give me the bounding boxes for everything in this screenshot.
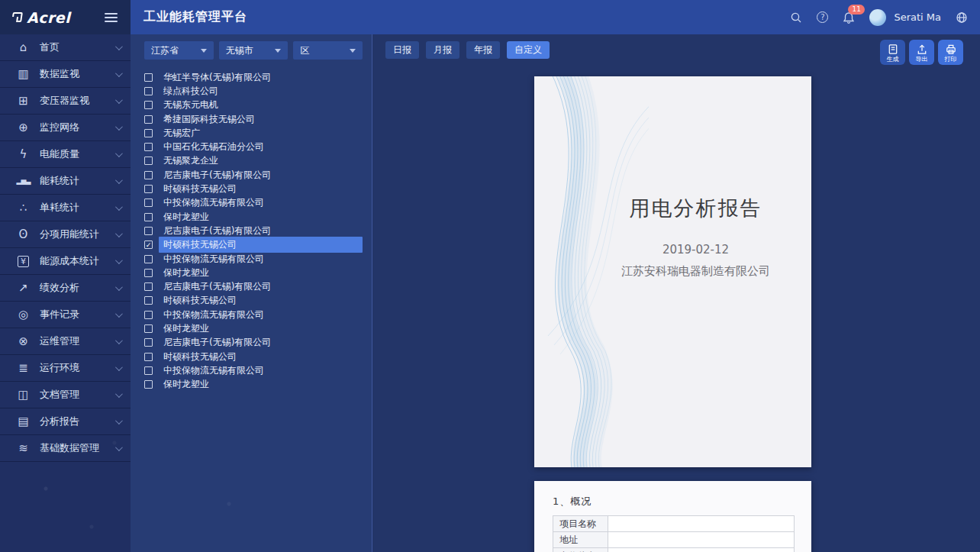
sidebar-item-label: 运行环境 bbox=[40, 361, 115, 375]
sidebar-item-energy-cost-stats[interactable]: ¥能源成本统计 bbox=[0, 248, 131, 275]
checkbox[interactable] bbox=[144, 255, 153, 263]
power-quality-icon: ϟ bbox=[16, 149, 31, 160]
avatar[interactable] bbox=[869, 9, 886, 26]
export-button[interactable]: 导出 bbox=[909, 40, 934, 65]
company-list-item[interactable]: 保时龙塑业 bbox=[144, 321, 363, 335]
company-list-item[interactable]: 希捷国际科技无锡公司 bbox=[144, 112, 363, 126]
tab-custom[interactable]: 自定义 bbox=[507, 41, 550, 59]
company-list-item[interactable]: 尼吉康电子(无锡)有限公司 bbox=[144, 279, 363, 293]
company-list-item[interactable]: 尼吉康电子(无锡)有限公司 bbox=[144, 336, 363, 350]
sidebar-item-home[interactable]: ⌂首页 bbox=[0, 34, 131, 61]
company-list-item[interactable]: 中国石化无锡石油分公司 bbox=[144, 140, 363, 153]
company-list-item[interactable]: 尼吉康电子(无锡)有限公司 bbox=[144, 224, 363, 237]
checkbox[interactable] bbox=[144, 199, 153, 207]
checkbox[interactable] bbox=[144, 115, 153, 124]
company-list-item[interactable]: 无锡聚龙企业 bbox=[144, 154, 363, 168]
overview-row-value bbox=[608, 548, 795, 552]
tab-yearly[interactable]: 年报 bbox=[466, 41, 500, 59]
company-list-item[interactable]: 中投保物流无锡有限公司 bbox=[144, 363, 363, 377]
sidebar-item-label: 基础数据管理 bbox=[40, 441, 115, 455]
sidebar-item-base-data-management[interactable]: ≋基础数据管理 bbox=[0, 435, 131, 462]
sidebar-item-power-quality[interactable]: ϟ电能质量 bbox=[0, 141, 131, 168]
checkbox[interactable] bbox=[144, 157, 153, 165]
checkbox[interactable] bbox=[144, 353, 153, 361]
home-icon: ⌂ bbox=[16, 42, 31, 53]
generate-button[interactable]: 生成 bbox=[880, 40, 905, 65]
notification-badge: 11 bbox=[848, 5, 864, 15]
overview-heading: 1、概况 bbox=[553, 495, 795, 508]
sidebar-item-event-log[interactable]: ◎事件记录 bbox=[0, 302, 131, 328]
company-list-item[interactable]: 尼吉康电子(无锡)有限公司 bbox=[144, 168, 363, 182]
sidebar-menu: ⌂首页▥数据监视⊞变压器监视⊕监控网络ϟ电能质量▂▅▃能耗统计∴单耗统计ʘ分项用… bbox=[0, 34, 131, 462]
sidebar-item-label: 事件记录 bbox=[40, 308, 115, 321]
tab-daily[interactable]: 日报 bbox=[385, 41, 419, 59]
checkbox[interactable] bbox=[144, 324, 153, 333]
sidebar-item-label: 能源成本统计 bbox=[40, 254, 115, 268]
checkbox[interactable]: ✓ bbox=[144, 240, 153, 249]
checkbox[interactable] bbox=[144, 129, 153, 137]
menu-toggle-icon[interactable] bbox=[102, 11, 120, 24]
company-list-item[interactable]: 时硕科技无锡公司 bbox=[144, 350, 363, 363]
checkbox[interactable] bbox=[144, 101, 153, 109]
cover-text-block: 用电分析报告 2019-02-12 江苏安科瑞电器制造有限公司 bbox=[580, 76, 811, 467]
checkbox[interactable] bbox=[144, 227, 153, 235]
sidebar-item-transformer-monitor[interactable]: ⊞变压器监视 bbox=[0, 88, 131, 115]
checkbox[interactable] bbox=[144, 213, 153, 221]
company-list-item[interactable]: 华虹半导体(无锡)有限公司 bbox=[144, 70, 363, 84]
company-panel: 江苏省 无锡市 区 华虹半导体(无锡)有限公司绿点科技公司无锡东元电机希捷国际科… bbox=[131, 34, 372, 552]
sidebar-item-ops-management[interactable]: ⊗运维管理 bbox=[0, 328, 131, 355]
checkbox[interactable] bbox=[144, 185, 153, 193]
company-list-item[interactable]: 中投保物流无锡有限公司 bbox=[144, 252, 363, 266]
chevron-down-icon bbox=[115, 283, 123, 291]
sidebar-item-data-monitor[interactable]: ▥数据监视 bbox=[0, 61, 131, 88]
language-globe-icon[interactable] bbox=[956, 11, 968, 24]
search-icon[interactable] bbox=[790, 11, 802, 24]
sidebar-item-label: 电能质量 bbox=[40, 147, 115, 161]
checkbox[interactable] bbox=[144, 143, 153, 151]
user-name[interactable]: Serati Ma bbox=[894, 11, 941, 23]
sidebar-item-energy-consumption-stats[interactable]: ▂▅▃能耗统计 bbox=[0, 168, 131, 195]
tab-monthly[interactable]: 月报 bbox=[426, 41, 459, 59]
company-list-item[interactable]: ✓时硕科技无锡公司 bbox=[144, 238, 363, 252]
sidebar-item-analysis-report[interactable]: ▤分析报告 bbox=[0, 408, 131, 435]
company-list-item[interactable]: 保时龙塑业 bbox=[144, 378, 363, 392]
company-list-item[interactable]: 时硕科技无锡公司 bbox=[144, 294, 363, 308]
sidebar-item-runtime-environment[interactable]: ≣运行环境 bbox=[0, 355, 131, 382]
city-select[interactable]: 无锡市 bbox=[219, 41, 289, 60]
checkbox[interactable] bbox=[144, 171, 153, 179]
checkbox[interactable] bbox=[144, 366, 153, 375]
company-list-item[interactable]: 中投保物流无锡有限公司 bbox=[144, 308, 363, 321]
company-list-item[interactable]: 保时龙塑业 bbox=[144, 266, 363, 279]
overview-row-label: 地址 bbox=[553, 532, 608, 548]
company-list-item[interactable]: 中投保物流无锡有限公司 bbox=[144, 196, 363, 210]
company-list-item[interactable]: 保时龙塑业 bbox=[144, 210, 363, 224]
sidebar-item-subitem-energy-stats[interactable]: ʘ分项用能统计 bbox=[0, 221, 131, 248]
company-list-item[interactable]: 无锡宏广 bbox=[144, 126, 363, 140]
topbar-actions: 11 Serati Ma bbox=[790, 9, 968, 26]
checkbox[interactable] bbox=[144, 73, 153, 82]
help-icon[interactable] bbox=[817, 11, 828, 23]
checkbox[interactable] bbox=[144, 338, 153, 347]
list-panel-icon: ≣ bbox=[16, 363, 31, 374]
notifications-bell[interactable]: 11 bbox=[843, 11, 855, 24]
print-button[interactable]: 打印 bbox=[938, 40, 963, 65]
chevron-down-icon bbox=[115, 230, 123, 237]
district-select[interactable]: 区 bbox=[293, 41, 363, 60]
company-list-item[interactable]: 时硕科技无锡公司 bbox=[144, 182, 363, 195]
chevron-down-icon bbox=[115, 69, 123, 77]
sidebar-item-document-management[interactable]: ◫文档管理 bbox=[0, 382, 131, 408]
overview-table: 项目名称地址点位信息 bbox=[553, 515, 795, 552]
sidebar-item-unit-consumption-stats[interactable]: ∴单耗统计 bbox=[0, 195, 131, 221]
checkbox[interactable] bbox=[144, 380, 153, 389]
checkbox[interactable] bbox=[144, 269, 153, 277]
chevron-down-icon bbox=[115, 337, 123, 344]
checkbox[interactable] bbox=[144, 87, 153, 95]
checkbox[interactable] bbox=[144, 282, 153, 291]
checkbox[interactable] bbox=[144, 311, 153, 319]
company-list-item[interactable]: 无锡东元电机 bbox=[144, 98, 363, 112]
checkbox[interactable] bbox=[144, 296, 153, 305]
province-select[interactable]: 江苏省 bbox=[144, 41, 214, 60]
sidebar-item-monitor-network[interactable]: ⊕监控网络 bbox=[0, 115, 131, 141]
company-list-item[interactable]: 绿点科技公司 bbox=[144, 84, 363, 98]
sidebar-item-performance-analysis[interactable]: ↗绩效分析 bbox=[0, 275, 131, 302]
